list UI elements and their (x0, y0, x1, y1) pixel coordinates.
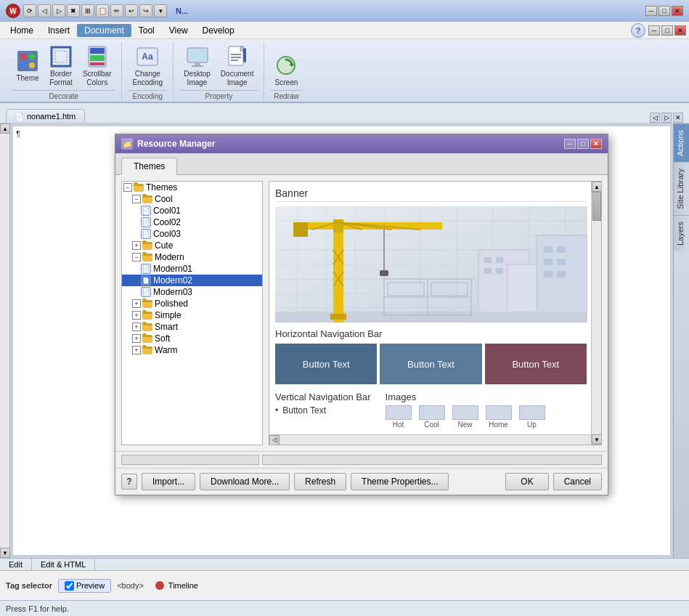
bottom-tab-edit-html[interactable]: Edit & HTML (32, 559, 95, 570)
tree-cool02[interactable]: 📄 Cool02 (122, 216, 262, 228)
preview-scroll-down[interactable]: ▼ (592, 434, 601, 445)
ribbon-btn-scrollbar-colors[interactable]: ScrollbarColors (78, 44, 115, 89)
tree-smart[interactable]: + Smart (122, 321, 262, 333)
menu-home[interactable]: Home (3, 24, 41, 37)
ribbon-btn-change-encoding[interactable]: Aa ChangeEncoding (128, 44, 167, 89)
dialog-maximize-btn[interactable]: □ (577, 139, 589, 149)
simple-expander[interactable]: + (132, 311, 141, 320)
tree-cool[interactable]: − Cool (122, 193, 262, 205)
toolbar-icon-7[interactable]: ✏ (110, 4, 123, 17)
minimize-button[interactable]: ─ (645, 6, 657, 16)
warm-expander[interactable]: + (132, 346, 141, 354)
menu-insert[interactable]: Insert (41, 24, 77, 37)
nav-btn-3[interactable]: Button Text (485, 344, 587, 384)
cool-expander[interactable]: − (132, 195, 141, 203)
nav-btn-2[interactable]: Button Text (380, 344, 481, 384)
img-hot-placeholder (386, 405, 412, 420)
tree-modern03[interactable]: 📄 Modern03 (122, 286, 262, 298)
dialog-help-button[interactable]: ? (121, 474, 137, 490)
preview-checkbox[interactable] (65, 581, 74, 591)
vert-nav-item-1[interactable]: • Button Text (275, 405, 371, 416)
tab-next-button[interactable]: ▷ (661, 113, 672, 123)
menu-restore[interactable]: □ (661, 25, 673, 36)
smart-expander[interactable]: + (132, 323, 141, 331)
soft-expander[interactable]: + (132, 334, 141, 343)
img-hot-label: Hot (393, 421, 404, 429)
ribbon-btn-theme-label: Theme (16, 74, 38, 83)
svg-text:Aa: Aa (142, 52, 154, 62)
sidebar-tab-actions[interactable]: Actions (674, 123, 689, 162)
menu-develop[interactable]: Develop (195, 24, 242, 37)
screen-icon (274, 54, 298, 77)
download-more-button[interactable]: Download More... (200, 473, 290, 490)
import-button[interactable]: Import... (142, 473, 195, 490)
tab-noname1[interactable]: 📄 noname1.htm (6, 109, 85, 123)
menu-close[interactable]: ✕ (674, 25, 686, 36)
preview-button[interactable]: Preview (58, 579, 111, 593)
nav-btn-3-label: Button Text (512, 359, 559, 370)
tree-root[interactable]: − Themes (122, 182, 262, 193)
preview-scroll-thumb[interactable] (592, 192, 601, 221)
help-icon[interactable]: ? (631, 23, 645, 38)
menu-minimize[interactable]: ─ (648, 25, 660, 36)
dialog-tab-themes[interactable]: Themes (121, 158, 177, 175)
preview-scroll-up[interactable]: ▲ (592, 182, 601, 192)
tree-polished[interactable]: + Polished (122, 298, 262, 309)
cute-expander[interactable]: + (132, 241, 141, 250)
tree-simple[interactable]: + Simple (122, 309, 262, 321)
tab-prev-button[interactable]: ◁ (650, 113, 660, 123)
dialog-close-btn[interactable]: ✕ (590, 139, 602, 149)
cancel-button[interactable]: Cancel (553, 473, 602, 490)
menu-tool[interactable]: Tool (131, 24, 162, 37)
nav-btn-1[interactable]: Button Text (275, 344, 377, 384)
root-expander[interactable]: − (123, 183, 132, 192)
toolbar-icon-1[interactable]: ⟳ (23, 4, 36, 17)
toolbar-icon-3[interactable]: ▷ (52, 4, 65, 17)
ribbon-btn-desktop-image[interactable]: DesktopImage (179, 44, 215, 89)
ribbon-btn-document-image[interactable]: DocumentImage (216, 44, 258, 89)
tree-cool03[interactable]: 📄 Cool03 (122, 228, 262, 240)
dialog-minimize-btn[interactable]: ─ (564, 139, 576, 149)
ok-button[interactable]: OK (505, 473, 548, 490)
tree-modern[interactable]: − Modern (122, 251, 262, 263)
ribbon-btn-theme[interactable]: Theme (12, 48, 44, 84)
body-tag-label: <body> (117, 581, 144, 590)
menu-document[interactable]: Document (77, 24, 131, 37)
toolbar-icon-9[interactable]: ↪ (139, 4, 152, 17)
bottom-panel: Edit Edit & HTML Tag selector Preview <b… (0, 558, 689, 616)
hscroll-left-btn[interactable]: ◁ (269, 435, 280, 445)
left-scroll-up[interactable]: ▲ (0, 123, 10, 134)
nav-buttons: Button Text Button Text Button Text (275, 344, 587, 384)
sidebar-tab-site-library[interactable]: Site Library (674, 162, 689, 215)
modern-expander[interactable]: − (132, 253, 141, 262)
tree-modern02[interactable]: 📄 Modern02 (122, 275, 262, 286)
close-button[interactable]: ✕ (672, 6, 683, 16)
tree-modern01[interactable]: 📄 Modern01 (122, 263, 262, 275)
tab-close-button[interactable]: ✕ (673, 113, 683, 123)
images-title: Images (386, 392, 545, 402)
dialog-win-btns: ─ □ ✕ (564, 139, 602, 149)
toolbar-icon-5[interactable]: ⊞ (81, 4, 94, 17)
tree-warm[interactable]: + Warm (122, 344, 262, 356)
vert-nav-title: Vertical Navigation Bar (275, 392, 371, 402)
tree-soft[interactable]: + Soft (122, 333, 262, 344)
tree-cool01[interactable]: 📄 Cool01 (122, 205, 262, 216)
maximize-button[interactable]: □ (659, 6, 670, 16)
toolbar-icon-2[interactable]: ◁ (38, 4, 51, 17)
toolbar-icon-8[interactable]: ↩ (125, 4, 138, 17)
menu-view[interactable]: View (162, 24, 195, 37)
theme-properties-button[interactable]: Theme Properties... (351, 473, 449, 490)
polished-expander[interactable]: + (132, 299, 141, 308)
toolbar-icon-drop[interactable]: ▾ (154, 4, 167, 17)
toolbar-icon-4[interactable]: ✖ (67, 4, 80, 17)
toolbar-icon-6[interactable]: 📋 (96, 4, 109, 17)
bottom-tab-edit[interactable]: Edit (0, 559, 32, 570)
refresh-button[interactable]: Refresh (294, 473, 346, 490)
timeline-button[interactable]: Timeline (150, 580, 204, 591)
ribbon-btn-border-format[interactable]: BorderFormat (45, 44, 77, 89)
left-scroll-down[interactable]: ▼ (0, 548, 10, 558)
svg-rect-53 (544, 271, 553, 277)
ribbon-btn-screen[interactable]: Screen (270, 52, 302, 89)
tree-cute[interactable]: + Cute (122, 240, 262, 251)
sidebar-tab-layers[interactable]: Layers (674, 215, 689, 251)
